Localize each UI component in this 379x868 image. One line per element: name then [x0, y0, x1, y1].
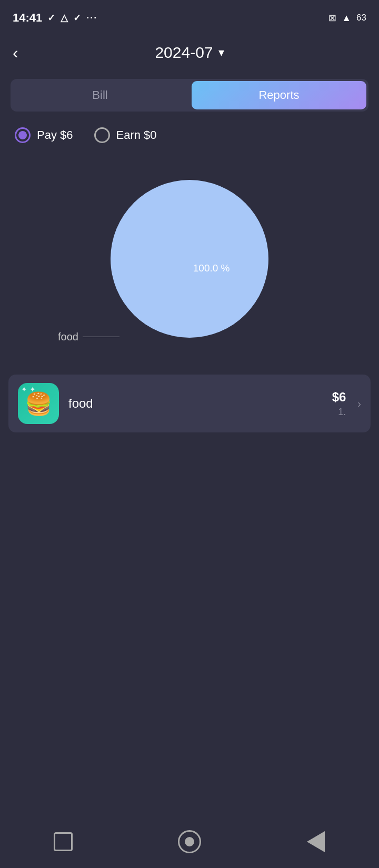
radio-earn-label: Earn $0	[116, 128, 157, 142]
food-amount-section: $6 1.	[332, 390, 346, 418]
dropdown-arrow-icon: ▾	[218, 46, 224, 59]
battery-level: 63	[356, 13, 366, 23]
status-bar: 14:41 ✓ △ ✓ ··· ⊠ ▲ 63	[0, 0, 379, 32]
wifi-icon: ▲	[342, 13, 351, 24]
radio-earn[interactable]: Earn $0	[94, 127, 157, 143]
time-display: 14:41	[13, 11, 42, 25]
status-icons: ⊠ ▲ 63	[328, 12, 366, 24]
radio-pay[interactable]: Pay $6	[15, 127, 73, 143]
chevron-right-icon: ›	[357, 398, 361, 410]
more-icon: ···	[86, 13, 97, 24]
food-count-value: 1.	[338, 407, 346, 418]
month-selector[interactable]: 2024-07 ▾	[155, 44, 224, 62]
nav-circle-icon	[178, 830, 201, 853]
check-icon: ✓	[47, 12, 55, 24]
sim-icon: ⊠	[328, 12, 336, 24]
pie-label-line	[83, 337, 119, 338]
month-year-label: 2024-07	[155, 44, 213, 62]
tab-reports[interactable]: Reports	[192, 81, 366, 109]
nav-triangle-icon	[307, 831, 325, 852]
nav-circle-inner	[185, 837, 194, 846]
svg-point-0	[111, 180, 268, 338]
food-emoji: 🍔	[25, 391, 52, 417]
header: ‹ 2024-07 ▾	[0, 32, 379, 74]
list-item-food[interactable]: ✦ ✦ 🍔 food $6 1. ›	[8, 375, 371, 432]
battery-display: 63	[356, 13, 366, 23]
radio-pay-inner	[18, 131, 27, 139]
pie-percentage-label: 100.0 %	[193, 263, 230, 274]
radio-earn-circle	[94, 127, 110, 143]
bottom-navigation	[0, 821, 379, 868]
tab-bar: Bill Reports	[11, 79, 368, 112]
check2-icon: ✓	[73, 12, 81, 24]
chart-area: 100.0 % food	[0, 154, 379, 364]
radio-group: Pay $6 Earn $0	[0, 117, 379, 154]
pie-chart: 100.0 % food	[100, 169, 279, 348]
nav-back-button[interactable]	[301, 827, 331, 856]
tab-bill[interactable]: Bill	[13, 81, 187, 109]
back-button[interactable]: ‹	[13, 44, 18, 61]
category-list: ✦ ✦ 🍔 food $6 1. ›	[8, 375, 371, 432]
nav-recents-button[interactable]	[48, 827, 78, 856]
radio-pay-circle	[15, 127, 31, 143]
food-amount-value: $6	[332, 390, 346, 405]
food-icon-wrapper: ✦ ✦ 🍔	[18, 383, 59, 424]
nav-square-icon	[54, 832, 73, 851]
pie-food-label: food	[58, 331, 119, 343]
radio-pay-label: Pay $6	[37, 128, 73, 142]
pie-svg	[100, 169, 279, 348]
nav-home-button[interactable]	[175, 827, 204, 856]
food-category-label: food	[68, 396, 323, 411]
alert-icon: △	[61, 12, 68, 24]
status-time: 14:41 ✓ △ ✓ ···	[13, 11, 97, 25]
